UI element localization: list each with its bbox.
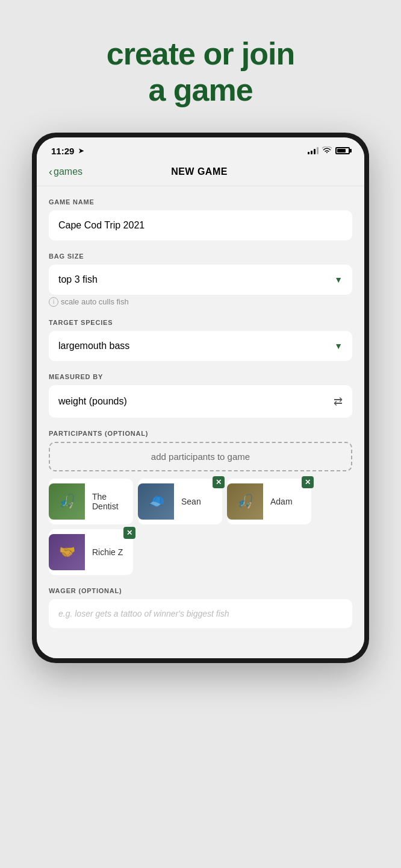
participant-name: Richie Z [92, 547, 123, 557]
remove-participant-button[interactable]: ✕ [123, 527, 135, 539]
measured-by-dropdown[interactable]: weight (pounds) ⇄ [49, 385, 352, 418]
chevron-down-icon: ▼ [334, 275, 343, 285]
target-species-section: TARGET SPECIES largemouth bass ▼ [49, 319, 352, 361]
participant-name: Dentist [92, 502, 119, 511]
bag-size-dropdown[interactable]: top 3 fish ▼ [49, 265, 352, 295]
status-time: 11:29 ➤ [51, 146, 84, 156]
wager-input[interactable]: e.g. loser gets a tattoo of winner's big… [49, 599, 352, 628]
participants-section: PARTICIPANTS (optional) add participants… [49, 430, 352, 575]
wifi-icon [322, 146, 332, 156]
avatar: 🎣 [49, 483, 85, 520]
participant-name: Adam [270, 497, 293, 506]
participant-name: The [92, 492, 119, 502]
status-icons [308, 146, 350, 156]
bag-size-label: BAG SIZE [49, 253, 352, 260]
measured-by-label: MEASURED BY [49, 373, 352, 380]
remove-participant-button[interactable]: ✕ [213, 476, 225, 488]
location-icon: ➤ [78, 147, 84, 155]
avatar: 🤝 [49, 534, 85, 570]
measured-by-section: MEASURED BY weight (pounds) ⇄ [49, 373, 352, 418]
bag-size-info: i scale auto culls fish [49, 297, 352, 307]
participant-name: Sean [181, 497, 201, 506]
content-area: GAME NAME Cape Cod Trip 2021 BAG SIZE to… [37, 186, 364, 658]
status-bar: 11:29 ➤ [37, 137, 364, 161]
nav-title: NEW GAME [82, 166, 316, 177]
target-species-dropdown[interactable]: largemouth bass ▼ [49, 331, 352, 361]
phone-frame: 11:29 ➤ [32, 133, 369, 663]
participant-card: 🧢 Sean ✕ [138, 479, 222, 524]
participant-card: 🎣 Adam ✕ [227, 479, 311, 524]
game-name-label: GAME NAME [49, 198, 352, 206]
remove-participant-button[interactable]: ✕ [302, 476, 314, 488]
participant-card: 🎣 The Dentist [49, 479, 133, 524]
target-species-label: TARGET SPECIES [49, 319, 352, 326]
bag-size-value: top 3 fish [58, 274, 98, 285]
chevron-down-icon: ▼ [334, 341, 343, 351]
measured-by-value: weight (pounds) [58, 396, 127, 407]
back-button[interactable]: ‹ games [49, 166, 82, 178]
bag-size-section: BAG SIZE top 3 fish ▼ i scale auto culls… [49, 253, 352, 307]
avatar: 🧢 [138, 483, 174, 520]
avatar: 🎣 [227, 483, 263, 520]
game-name-input[interactable]: Cape Cod Trip 2021 [49, 210, 352, 241]
info-icon: i [49, 297, 58, 307]
back-arrow-icon: ‹ [49, 166, 52, 178]
participants-label: PARTICIPANTS (optional) [49, 430, 352, 437]
nav-bar: ‹ games NEW GAME [37, 161, 364, 186]
add-participants-button[interactable]: add participants to game [49, 442, 352, 471]
wager-section: WAGER (optional) e.g. loser gets a tatto… [49, 587, 352, 628]
hero-title: create or join a game [24, 36, 377, 108]
battery-icon [335, 147, 350, 154]
target-species-value: largemouth bass [58, 341, 129, 351]
back-label: games [54, 166, 82, 177]
wager-label: WAGER (optional) [49, 587, 352, 594]
participants-grid: 🎣 The Dentist 🧢 Sean [49, 479, 352, 575]
participant-card: 🤝 Richie Z ✕ [49, 529, 133, 575]
bag-size-info-text: scale auto culls fish [61, 297, 129, 306]
swap-icon: ⇄ [334, 395, 343, 408]
hero-section: create or join a game [0, 0, 401, 133]
game-name-section: GAME NAME Cape Cod Trip 2021 [49, 198, 352, 241]
phone-screen: 11:29 ➤ [37, 137, 364, 658]
signal-icon [308, 147, 319, 154]
